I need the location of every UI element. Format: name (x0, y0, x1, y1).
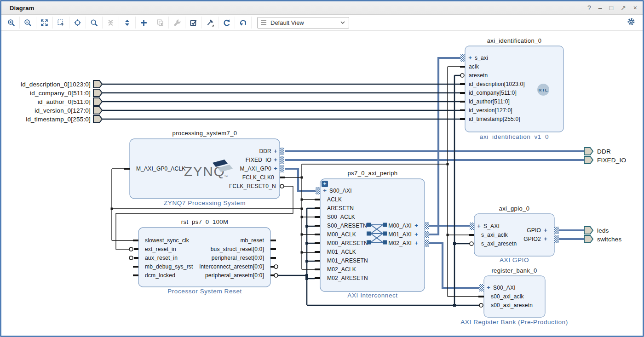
zoom-to-selection-icon (57, 19, 65, 27)
search-button[interactable] (86, 17, 103, 29)
expand-hierarchy-button[interactable] (119, 17, 136, 29)
svg-text:S00_ARESETN: S00_ARESETN (327, 223, 367, 229)
external-port-id_version_0[interactable]: id_version_0[127:0] (34, 107, 102, 114)
minimize-icon[interactable]: – (598, 5, 602, 11)
block-ps7_0_axi_periph[interactable]: ps7_0_axi_periph + + S00_AXI ACLK ARESET… (315, 170, 429, 299)
pin-aresetn[interactable]: aresetn (460, 72, 488, 79)
refresh-button[interactable] (218, 17, 235, 29)
pin-stub (270, 257, 276, 259)
net-m-axi-gp0-wire[interactable] (285, 169, 316, 191)
expand-plus-icon[interactable]: + (323, 187, 327, 194)
block-title[interactable]: axi_identification_0 (487, 37, 542, 44)
external-port-fixed_io[interactable]: FIXED_IO (584, 156, 626, 164)
validate-design-button[interactable] (185, 17, 202, 29)
external-port-switches[interactable]: switches (584, 235, 621, 243)
port-shape (93, 80, 102, 88)
svg-text:DDR: DDR (259, 148, 271, 154)
add-ip-button[interactable] (136, 17, 152, 29)
expand-plus-icon[interactable]: + (414, 240, 418, 246)
port-shape (93, 98, 102, 105)
svg-text:M02_ACLK: M02_ACLK (327, 266, 356, 273)
pin-aclk[interactable]: aclk (460, 63, 479, 70)
external-port-leds[interactable]: leds (584, 227, 609, 234)
block-title[interactable]: ps7_0_axi_periph (347, 170, 397, 177)
block-axi_gpio_0[interactable]: axi_gpio_0 + S_AXI s_axi_aclk s_axi_ares… (469, 205, 559, 263)
block-rst_ps7_0_100M[interactable]: rst_ps7_0_100M slowest_sync_clk ext_rese… (129, 218, 278, 295)
expand-plus-icon[interactable]: + (274, 156, 277, 163)
active-low-icon (129, 256, 133, 260)
expand-plus-icon[interactable]: + (274, 165, 277, 172)
svg-text:mb_debug_sys_rst: mb_debug_sys_rst (145, 263, 193, 270)
pin-aux_reset_in[interactable]: aux_reset_in (129, 255, 178, 261)
port-shape (584, 235, 593, 243)
zoom-in-button[interactable] (3, 17, 20, 29)
svg-text:mb_reset: mb_reset (240, 237, 264, 244)
zoom-fit-icon (40, 19, 48, 27)
svg-text:peripheral_aresetn[0:0]: peripheral_aresetn[0:0] (205, 272, 264, 279)
copy-icon (156, 19, 164, 27)
pin-stub (315, 234, 320, 235)
svg-text:S00_AXI: S00_AXI (493, 285, 516, 291)
pin-button[interactable] (202, 17, 218, 29)
block-label: AXI GPIO (500, 257, 529, 263)
pin-id_company[interactable]: id_company[511:0] (460, 90, 517, 96)
expand-plus-icon[interactable]: + (414, 222, 418, 229)
external-port-id_timestamp_0[interactable]: id_timestamp_0[255:0] (26, 115, 102, 123)
pin-fclk_reset0_n[interactable]: FCLK_RESET0_N (229, 183, 284, 189)
expand-plus-icon[interactable]: + (544, 235, 547, 242)
svg-text:id_version[127:0]: id_version[127:0] (469, 107, 512, 114)
maximize-icon[interactable]: □ (610, 5, 613, 11)
svg-text:FIXED_IO: FIXED_IO (597, 157, 626, 164)
pin-stub (469, 234, 474, 236)
block-title[interactable]: rst_ps7_0_100M (181, 218, 228, 225)
interface-pin-icon (425, 231, 429, 238)
close-icon[interactable]: × (633, 5, 637, 11)
block-axi_identification_0[interactable]: axi_identification_0 + s_axi aclk areset… (460, 37, 564, 140)
regenerate-layout-button[interactable] (235, 17, 252, 29)
expand-hierarchy-icon (123, 19, 131, 27)
add-ip-icon (140, 19, 148, 27)
expand-plus-icon[interactable]: + (544, 227, 547, 234)
expand-plus-icon[interactable]: + (468, 54, 472, 61)
block-processing_system7_0[interactable]: processing_system7_0 M_AXI_GP0_ACLK ZYNQ… (124, 130, 285, 206)
expand-plus-icon[interactable]: + (487, 284, 490, 291)
zoom-out-button[interactable] (20, 17, 36, 29)
pin-id_description[interactable]: id_description[1023:0] (460, 81, 525, 87)
view-selector[interactable]: Default View (257, 17, 349, 29)
external-port-id_author_0[interactable]: id_author_0[511:0] (38, 98, 102, 105)
float-icon[interactable]: ↗ (621, 5, 626, 11)
port-shape (93, 107, 102, 114)
design-canvas[interactable]: axi_identification_0 + s_axi aclk areset… (1, 31, 643, 337)
active-low-icon (274, 274, 278, 277)
expand-plus-icon[interactable]: + (414, 231, 418, 238)
interface-pin-icon (470, 223, 474, 230)
pin-ext_reset_in[interactable]: ext_reset_in (129, 246, 176, 252)
pin-s_axi[interactable]: + S_AXI (470, 223, 500, 230)
interface-pin-icon (554, 235, 559, 243)
svg-text:M00_ACLK: M00_ACLK (327, 231, 356, 238)
svg-text:M00_ARESETN: M00_ARESETN (327, 240, 368, 246)
svg-text:s_axi_aclk: s_axi_aclk (481, 232, 508, 238)
port-shape (93, 89, 102, 97)
help-icon[interactable]: ? (587, 5, 591, 11)
pin-stub (315, 242, 320, 244)
zoom-to-selection-button[interactable] (53, 17, 69, 29)
pin-id_timestamp[interactable]: id_timestamp[255:0] (460, 116, 520, 122)
pin-stub (270, 274, 274, 276)
svg-text:FCLK_CLK0: FCLK_CLK0 (242, 174, 274, 181)
zoom-fit-button[interactable] (36, 17, 53, 29)
block-title[interactable]: processing_system7_0 (172, 130, 237, 137)
active-low-icon (460, 74, 464, 77)
settings-button[interactable] (627, 17, 635, 28)
expand-plus-icon[interactable]: + (274, 148, 277, 154)
block-title[interactable]: axi_gpio_0 (499, 205, 530, 212)
external-port-ddr[interactable]: DDR (584, 148, 611, 155)
external-port-id_description_0[interactable]: id_description_0[1023:0] (21, 80, 102, 88)
block-title[interactable]: register_bank_0 (491, 267, 537, 274)
expand-plus-icon[interactable]: + (477, 223, 481, 229)
external-port-id_company_0[interactable]: id_company_0[511:0] (30, 89, 102, 97)
fit-selection-button[interactable] (69, 17, 86, 29)
expand-block-button[interactable]: + (322, 181, 328, 187)
interface-pin-icon (280, 156, 284, 164)
pin-aclk[interactable]: ACLK (315, 196, 342, 203)
